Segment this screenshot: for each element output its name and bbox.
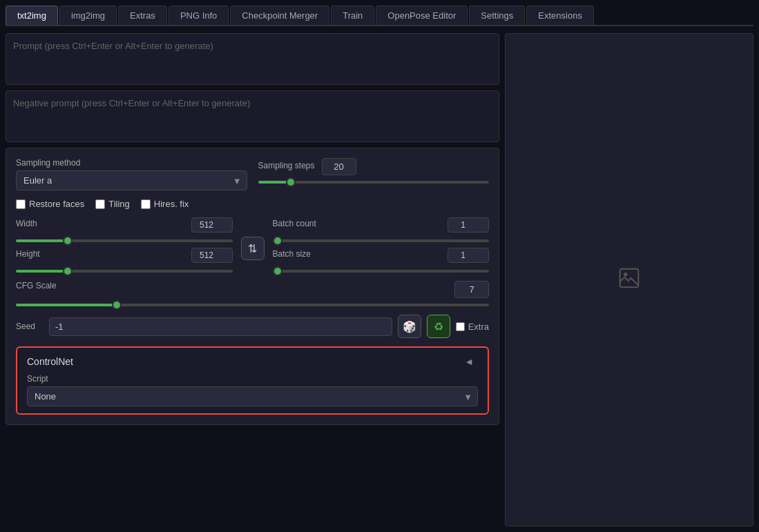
- height-slider[interactable]: [16, 270, 233, 273]
- tab-bar: txt2img img2img Extras PNG Info Checkpoi…: [6, 6, 753, 26]
- controlnet-title: ControlNet: [27, 356, 73, 367]
- width-label: Width: [16, 219, 37, 228]
- tab-img2img[interactable]: img2img: [59, 6, 117, 25]
- seed-label: Seed: [16, 322, 44, 331]
- hires-fix-label: Hires. fix: [154, 199, 189, 209]
- batch-size-header: Batch size: [273, 248, 490, 263]
- width-header: Width: [16, 217, 233, 233]
- sampling-steps-row: Sampling steps 20: [258, 158, 490, 175]
- width-height-group: Width Height: [16, 217, 233, 273]
- cfg-scale-label: CFG Scale: [16, 281, 57, 295]
- script-select[interactable]: None: [27, 386, 478, 406]
- cfg-header: CFG Scale 7: [16, 281, 489, 298]
- height-input[interactable]: [191, 248, 233, 263]
- script-label: Script: [27, 374, 478, 384]
- settings-panel: Sampling method Euler a ▼ Sampling steps…: [6, 148, 499, 425]
- seed-value-display: [49, 317, 392, 336]
- script-select-wrapper: None ▼: [27, 386, 478, 406]
- sampling-method-wrapper: Euler a ▼: [16, 170, 247, 190]
- tiling-label: Tiling: [108, 199, 130, 209]
- extra-label: Extra: [468, 322, 489, 332]
- height-header: Height: [16, 248, 233, 263]
- sampling-steps-slider[interactable]: [258, 181, 490, 184]
- width-group: Width: [16, 217, 233, 242]
- tab-checkpoint-merger[interactable]: Checkpoint Merger: [230, 6, 329, 25]
- dice-button[interactable]: 🎲: [398, 315, 421, 338]
- sampling-steps-group: Sampling steps 20: [258, 158, 490, 186]
- svg-point-1: [624, 273, 627, 276]
- right-panel: [505, 33, 753, 526]
- batch-size-slider[interactable]: [273, 270, 490, 273]
- tab-png-info[interactable]: PNG Info: [169, 6, 229, 25]
- sampling-method-select[interactable]: Euler a: [16, 170, 247, 190]
- hires-fix-checkbox[interactable]: Hires. fix: [141, 199, 189, 209]
- checkboxes-row: Restore faces Tiling Hires. fix: [16, 199, 489, 209]
- width-input[interactable]: [191, 217, 233, 233]
- batch-group: Batch count Batch size: [273, 217, 490, 273]
- batch-size-group: Batch size: [273, 248, 490, 273]
- sampling-method-label: Sampling method: [16, 158, 247, 168]
- sampling-row: Sampling method Euler a ▼ Sampling steps…: [16, 158, 489, 190]
- main-content: Sampling method Euler a ▼ Sampling steps…: [6, 33, 753, 526]
- tab-settings[interactable]: Settings: [469, 6, 525, 25]
- cfg-scale-slider[interactable]: [16, 304, 489, 306]
- params-grid: Width Height: [16, 217, 489, 273]
- seed-input[interactable]: [49, 317, 392, 336]
- seed-row: Seed 🎲 ♻ Extra: [16, 315, 489, 338]
- sampling-steps-label: Sampling steps: [258, 161, 315, 170]
- controlnet-header: ControlNet ◄: [27, 355, 478, 368]
- hires-fix-input[interactable]: [141, 199, 151, 209]
- tab-train[interactable]: Train: [331, 6, 374, 25]
- restore-faces-input[interactable]: [16, 199, 26, 209]
- negative-prompt-input[interactable]: [13, 98, 492, 132]
- controlnet-collapse-button[interactable]: ◄: [460, 355, 478, 368]
- tab-extensions[interactable]: Extensions: [526, 6, 594, 25]
- batch-size-label: Batch size: [273, 249, 311, 259]
- height-group: Height: [16, 248, 233, 273]
- batch-count-slider[interactable]: [273, 239, 490, 242]
- width-slider[interactable]: [16, 239, 233, 242]
- extra-checkbox[interactable]: Extra: [456, 322, 489, 332]
- batch-count-label: Batch count: [273, 219, 316, 228]
- tab-openpose-editor[interactable]: OpenPose Editor: [376, 6, 468, 25]
- positive-prompt-input[interactable]: [13, 41, 492, 75]
- batch-count-header: Batch count: [273, 217, 490, 233]
- tab-txt2img[interactable]: txt2img: [6, 6, 58, 25]
- batch-count-input[interactable]: [448, 217, 489, 233]
- recycle-button[interactable]: ♻: [427, 315, 450, 338]
- left-panel: Sampling method Euler a ▼ Sampling steps…: [6, 33, 499, 526]
- restore-faces-checkbox[interactable]: Restore faces: [16, 199, 84, 209]
- cfg-scale-value: 7: [454, 281, 489, 298]
- tiling-checkbox[interactable]: Tiling: [95, 199, 130, 209]
- tiling-input[interactable]: [95, 199, 105, 209]
- tab-extras[interactable]: Extras: [118, 6, 167, 25]
- restore-faces-label: Restore faces: [29, 199, 84, 209]
- batch-count-group: Batch count: [273, 217, 490, 242]
- extra-checkbox-input[interactable]: [456, 322, 465, 331]
- height-label: Height: [16, 249, 40, 259]
- controlnet-section: ControlNet ◄ Script None ▼: [16, 346, 489, 415]
- positive-prompt-area: [6, 33, 499, 85]
- batch-size-input[interactable]: [448, 248, 489, 263]
- image-placeholder-icon: [618, 267, 640, 293]
- cfg-scale-group: CFG Scale 7: [16, 281, 489, 306]
- sampling-method-group: Sampling method Euler a ▼: [16, 158, 247, 190]
- sampling-steps-value: 20: [322, 158, 356, 175]
- negative-prompt-area: [6, 90, 499, 142]
- swap-dimensions-button[interactable]: ⇅: [241, 237, 265, 260]
